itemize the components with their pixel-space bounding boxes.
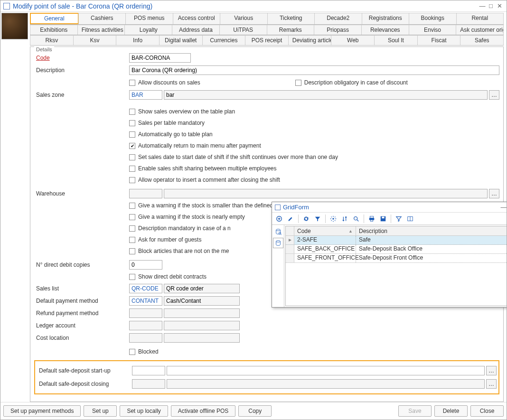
show-overview-checkbox[interactable] <box>129 109 135 115</box>
grid-row[interactable]: ▸ 2-SAFE Safe <box>286 236 507 245</box>
set-sales-date-checkbox[interactable] <box>129 154 135 160</box>
tab-deviating-wh[interactable]: Deviating article warehouses <box>288 35 332 45</box>
setup-button[interactable]: Set up <box>84 405 117 417</box>
close-button[interactable]: ✕ <box>495 2 504 9</box>
funnel-icon[interactable] <box>394 214 404 224</box>
sales-zone-code-input[interactable] <box>129 90 162 100</box>
allow-comment-checkbox[interactable] <box>129 177 135 183</box>
gridform-minimize-button[interactable]: — <box>499 204 507 211</box>
sales-zone-lookup-button[interactable]: … <box>489 90 499 100</box>
tab-exhibitions[interactable]: Exhibitions <box>30 25 78 35</box>
auto-tableplan-checkbox[interactable] <box>129 131 135 138</box>
tab-fitness[interactable]: Fitness activities <box>77 25 125 35</box>
gear-icon[interactable] <box>328 214 338 224</box>
refund-payment-code-input[interactable] <box>129 308 162 318</box>
cost-location-desc-input[interactable] <box>164 333 240 343</box>
add-icon[interactable] <box>274 214 284 224</box>
safe-startup-lookup-button[interactable]: … <box>486 366 497 375</box>
tab-uitpas[interactable]: UiTPAS <box>219 25 267 35</box>
code-input[interactable] <box>129 53 191 63</box>
sort-icon[interactable] <box>339 214 350 224</box>
refresh-icon[interactable] <box>301 214 311 224</box>
tab-decade2[interactable]: Decade2 <box>314 13 362 24</box>
filter-icon[interactable] <box>312 214 323 224</box>
tab-bookings[interactable]: Bookings <box>409 13 457 24</box>
sales-list-code-input[interactable] <box>129 284 162 293</box>
print-icon[interactable] <box>366 214 377 224</box>
tab-rksv[interactable]: Rksv <box>30 35 74 45</box>
warehouse-desc-input[interactable] <box>164 189 488 198</box>
grid-row[interactable]: SAFE_FRONT_OFFICE Safe-Deposit Front Off… <box>286 254 507 263</box>
warn-empty-checkbox[interactable] <box>129 214 135 220</box>
tab-pos-receipt[interactable]: POS receipt <box>245 35 289 45</box>
delete-button[interactable]: Delete <box>434 405 468 417</box>
tab-relevances[interactable]: Relevances <box>361 25 409 35</box>
activate-offline-button[interactable]: Activate offline POS <box>171 405 236 417</box>
grid-row[interactable]: SAFE_BACK_OFFICE Safe-Deposit Back Offic… <box>286 245 507 254</box>
save-button[interactable]: Save <box>398 405 432 417</box>
tab-ksv[interactable]: Ksv <box>73 35 117 45</box>
warehouse-lookup-button[interactable]: … <box>489 189 499 198</box>
tab-various[interactable]: Various <box>220 13 268 24</box>
row-indicator-header[interactable] <box>286 226 294 235</box>
search-icon[interactable] <box>351 214 361 224</box>
tab-registrations[interactable]: Registrations <box>362 13 410 24</box>
tab-remarks[interactable]: Remarks <box>267 25 315 35</box>
tab-fiscat[interactable]: Fiscat <box>417 35 461 45</box>
default-payment-code-input[interactable] <box>129 296 162 306</box>
tab-rental[interactable]: Rental <box>456 13 504 24</box>
gridform-grid[interactable]: Code▲ Description ▸ 2-SAFE Safe SAFE_BAC… <box>285 226 507 306</box>
tab-info[interactable]: Info <box>116 35 160 45</box>
dd-copies-input[interactable] <box>129 260 162 270</box>
edit-icon[interactable] <box>285 214 296 224</box>
ledger-desc-input[interactable] <box>164 321 240 330</box>
ask-guests-checkbox[interactable] <box>129 237 135 243</box>
sales-list-desc-input[interactable] <box>164 284 240 293</box>
desc-neg-checkbox[interactable] <box>129 225 135 232</box>
warn-min-checkbox[interactable] <box>129 203 135 209</box>
tab-soul-it[interactable]: Soul It <box>374 35 418 45</box>
columns-icon[interactable] <box>405 214 415 224</box>
blocked-checkbox[interactable] <box>129 349 135 355</box>
tab-ask-origin[interactable]: Ask customer origin <box>456 25 504 35</box>
sales-per-table-checkbox[interactable] <box>129 120 135 126</box>
safe-startup-code-input[interactable] <box>132 366 165 375</box>
sales-zone-desc-input[interactable] <box>164 90 488 100</box>
close-window-button[interactable]: Close <box>470 405 504 417</box>
tab-access-control[interactable]: Access control <box>173 13 221 24</box>
description-input[interactable] <box>129 65 499 75</box>
tab-cashiers[interactable]: Cashiers <box>78 13 126 24</box>
save-icon[interactable] <box>378 214 388 224</box>
tab-loyalty[interactable]: Loyalty <box>124 25 172 35</box>
tab-priopass[interactable]: Priopass <box>314 25 362 35</box>
tab-digital-wallet[interactable]: Digital wallet <box>159 35 203 45</box>
tab-currencies[interactable]: Currencies <box>202 35 246 45</box>
tab-safes[interactable]: Safes <box>460 35 504 45</box>
shift-sharing-checkbox[interactable] <box>129 166 135 172</box>
show-dd-checkbox[interactable] <box>129 274 135 280</box>
safe-startup-desc-input[interactable] <box>167 366 485 375</box>
default-payment-desc-input[interactable] <box>164 296 240 306</box>
db-view-icon[interactable] <box>273 238 283 248</box>
cost-location-code-input[interactable] <box>129 333 162 343</box>
code-column-header[interactable]: Code▲ <box>294 226 356 235</box>
block-articles-checkbox[interactable] <box>129 248 135 254</box>
tab-ticketing[interactable]: Ticketing <box>267 13 315 24</box>
tab-pos-menus[interactable]: POS menus <box>125 13 173 24</box>
maximize-button[interactable]: □ <box>487 2 495 9</box>
desc-column-header[interactable]: Description <box>356 226 507 235</box>
refund-payment-desc-input[interactable] <box>164 308 240 318</box>
safe-closing-code-input[interactable] <box>132 379 165 389</box>
tab-general[interactable]: General <box>30 13 79 24</box>
safe-closing-lookup-button[interactable]: … <box>486 379 497 389</box>
setup-locally-button[interactable]: Set up locally <box>120 405 168 417</box>
desc-obligatory-checkbox[interactable] <box>295 80 301 86</box>
copy-button[interactable]: Copy <box>238 405 272 417</box>
tab-address-data[interactable]: Address data <box>172 25 220 35</box>
warehouse-code-input[interactable] <box>129 189 162 198</box>
setup-payment-methods-button[interactable]: Set up payment methods <box>3 405 81 417</box>
sql-view-icon[interactable] <box>273 226 283 237</box>
ledger-code-input[interactable] <box>129 321 162 330</box>
minimize-button[interactable]: — <box>478 2 487 9</box>
tab-enviso[interactable]: Enviso <box>409 25 457 35</box>
